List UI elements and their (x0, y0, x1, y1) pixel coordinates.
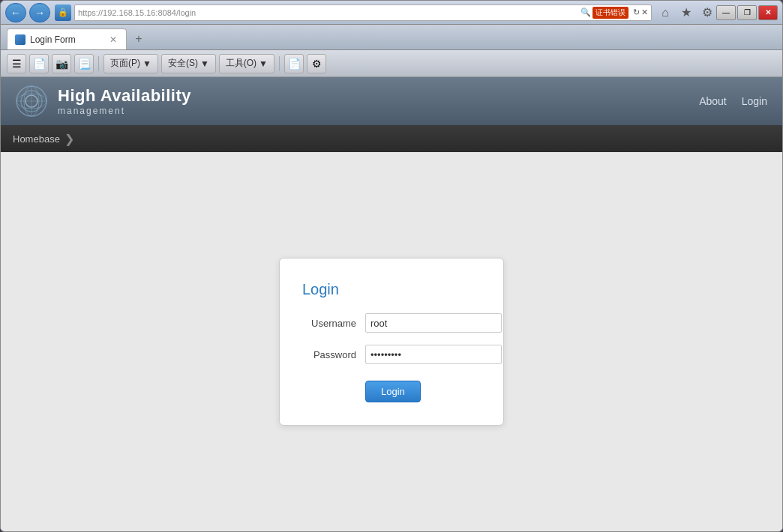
about-link[interactable]: About (699, 95, 727, 107)
breadcrumb-bar: Homebase ❯ (1, 125, 782, 152)
forward-button[interactable]: → (29, 3, 50, 22)
tools-menu-button[interactable]: 工具(O) ▼ (219, 54, 274, 73)
app-nav: About Login (699, 95, 767, 107)
address-url: https://192.168.15.16:8084/login (78, 8, 196, 17)
address-bar[interactable]: https://192.168.15.16:8084/login 🔍 证书错误 … (74, 4, 652, 21)
browser-content: High Availability management About Login… (1, 77, 782, 531)
stop-icon[interactable]: ✕ (641, 7, 648, 17)
address-bar-icons: 🔍 证书错误 ↻ ✕ (580, 7, 648, 19)
page-body: Login Username Password Login (1, 152, 782, 531)
logo-icon (16, 85, 47, 117)
cert-error-badge: 证书错误 (592, 7, 628, 19)
home-button[interactable]: ⌂ (656, 4, 674, 22)
close-button[interactable]: ✕ (758, 5, 778, 20)
restore-button[interactable]: ❐ (737, 5, 757, 20)
title-bar-right: ⌂ ★ ⚙ (656, 4, 716, 22)
app-title: High Availability (58, 86, 191, 106)
browser-window: ← → 🔒 https://192.168.15.16:8084/login 🔍… (0, 0, 783, 532)
tab-close-button[interactable]: ✕ (108, 34, 118, 45)
login-form-title: Login (302, 281, 473, 298)
toolbar: ☰ 📄 📷 📃 页面(P) ▼ 安全(S) ▼ 工具(O) ▼ 📄 ⚙ (1, 50, 782, 77)
password-input[interactable] (365, 345, 502, 364)
chevron-down-icon: ▼ (142, 58, 152, 69)
breadcrumb-separator: ❯ (64, 132, 74, 146)
login-link[interactable]: Login (742, 95, 767, 107)
window-controls: — ❐ ✕ (716, 5, 778, 20)
address-bar-area: 🔒 https://192.168.15.16:8084/login 🔍 证书错… (55, 4, 652, 21)
back-button[interactable]: ← (5, 3, 26, 22)
toolbar-icon-2[interactable]: 📄 (29, 54, 49, 73)
password-label: Password (302, 349, 356, 360)
password-row: Password (302, 345, 473, 364)
page-menu-button[interactable]: 页面(P) ▼ (104, 54, 158, 73)
title-bar: ← → 🔒 https://192.168.15.16:8084/login 🔍… (1, 1, 782, 25)
security-menu-button[interactable]: 安全(S) ▼ (161, 54, 216, 73)
username-row: Username (302, 313, 473, 333)
tab-title: Login Form (30, 34, 104, 45)
active-tab[interactable]: Login Form ✕ (7, 28, 127, 49)
login-card: Login Username Password Login (279, 258, 504, 426)
app-title-area: High Availability management (58, 86, 191, 116)
toolbar-icon-3[interactable]: 📷 (52, 54, 71, 73)
toolbar-separator-1 (98, 56, 99, 71)
minimize-button[interactable]: — (716, 5, 736, 20)
app-header: High Availability management About Login (1, 77, 782, 125)
login-submit-button[interactable]: Login (365, 381, 421, 402)
app-subtitle: management (58, 106, 191, 116)
tab-favicon (15, 34, 26, 45)
favorites-button[interactable]: ★ (677, 4, 695, 22)
toolbar-icon-5[interactable]: 📄 (284, 54, 304, 73)
toolbar-icon-1[interactable]: ☰ (7, 54, 26, 73)
new-tab-button[interactable]: + (130, 30, 148, 48)
chevron-down-icon: ▼ (259, 58, 268, 69)
app-logo: High Availability management (16, 85, 191, 117)
toolbar-icon-4[interactable]: 📃 (74, 54, 94, 73)
chevron-down-icon: ▼ (200, 58, 209, 69)
search-icon: 🔍 (580, 7, 591, 17)
toolbar-separator-2 (279, 56, 280, 71)
nav-controls: ← → (5, 3, 50, 22)
tab-bar: Login Form ✕ + (1, 25, 782, 50)
toolbar-icon-6[interactable]: ⚙ (307, 54, 326, 73)
security-lock-icon: 🔒 (55, 4, 71, 21)
username-input[interactable] (365, 313, 502, 333)
username-label: Username (302, 318, 356, 329)
settings-button[interactable]: ⚙ (698, 4, 716, 22)
reload-icon[interactable]: ↻ (633, 7, 640, 17)
breadcrumb-homebase[interactable]: Homebase (13, 133, 60, 145)
